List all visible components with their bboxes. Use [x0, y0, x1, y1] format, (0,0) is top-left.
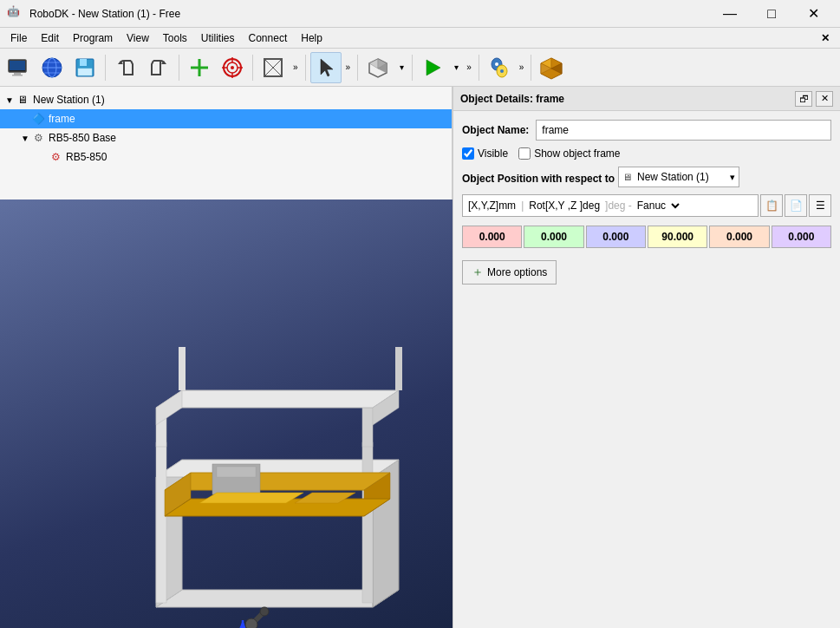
svg-rect-1 — [10, 61, 25, 70]
toolbar-expand-1[interactable]: » — [290, 61, 301, 74]
toolbar-expand-4[interactable]: » — [517, 61, 527, 74]
show-frame-label: Show object frame — [534, 147, 620, 160]
menu-connect[interactable]: Connect — [242, 28, 295, 48]
toolbar-target-btn[interactable] — [217, 52, 248, 83]
tree-item-robot-base[interactable]: ▼ ⚙ RB5-850 Base — [0, 128, 452, 147]
panel-close-btn[interactable]: ✕ — [816, 91, 833, 107]
more-options-button[interactable]: ＋ More options — [462, 260, 557, 285]
close-button[interactable]: ✕ — [793, 2, 833, 26]
menu-program[interactable]: Program — [66, 28, 120, 48]
position-label: Object Position with respect to — [462, 173, 615, 185]
maximize-button[interactable]: □ — [752, 2, 791, 26]
tree-arrow-robot-base[interactable]: ▼ — [19, 134, 31, 143]
tree-item-frame[interactable]: ▶ 🔷 frame — [0, 109, 452, 128]
title-bar: 🤖 RoboDK - New Station (1) - Free — □ ✕ — [0, 0, 840, 28]
toolbar-save-btn[interactable] — [69, 52, 101, 83]
coord-x[interactable]: 0.000 — [462, 226, 522, 248]
svg-rect-43 — [156, 442, 166, 603]
svg-marker-48 — [156, 390, 182, 425]
toolbar-play-btn[interactable] — [417, 52, 448, 83]
position-ref-dropdown[interactable]: ▾ — [730, 172, 735, 183]
toolbar-sep-6 — [412, 55, 413, 81]
toolbar-python-btn[interactable] — [484, 52, 515, 83]
coord-type-select[interactable]: Fanuc ABB Kuka — [632, 195, 682, 216]
tree-item-robot[interactable]: ▶ ⚙ RB5-850 — [0, 147, 452, 167]
toolbar-sep-7 — [479, 55, 479, 81]
tree-label-robot-base: RB5-850 Base — [49, 132, 116, 144]
svg-marker-58 — [199, 493, 303, 503]
tree-label-station: New Station (1) — [33, 94, 105, 106]
object-name-input[interactable] — [536, 120, 831, 141]
svg-marker-29 — [427, 60, 440, 75]
app-icon: 🤖 — [7, 5, 24, 23]
svg-marker-26 — [369, 59, 378, 69]
menu-file[interactable]: File — [3, 28, 34, 48]
toolbar-play-dropdown-btn[interactable]: ▾ — [450, 52, 462, 83]
menu-tools[interactable]: Tools — [156, 28, 194, 48]
svg-marker-24 — [321, 59, 333, 76]
visible-checkbox[interactable] — [462, 147, 474, 160]
viewport-svg: RB5-850 Base — [0, 200, 453, 628]
viewport[interactable]: RB5-850 Base — [0, 200, 453, 628]
svg-point-16 — [231, 66, 234, 69]
tree-icon-frame: 🔷 — [31, 112, 45, 126]
visible-checkbox-label[interactable]: Visible — [462, 147, 508, 160]
toolbar-monitor-btn[interactable] — [3, 52, 35, 83]
coord-copy-btn[interactable]: 📋 — [760, 194, 783, 217]
toolbar-box-btn[interactable] — [362, 52, 394, 83]
panel-restore-btn[interactable]: 🗗 — [795, 91, 812, 107]
tree-arrow-station[interactable]: ▼ — [3, 95, 16, 105]
menu-edit[interactable]: Edit — [34, 28, 66, 48]
visible-label: Visible — [478, 147, 508, 160]
coord-paste-btn[interactable]: 📄 — [785, 194, 807, 217]
coord-rx[interactable]: 90.000 — [648, 226, 707, 248]
tree-label-frame: frame — [49, 113, 75, 125]
svg-rect-46 — [362, 408, 373, 447]
coord-header-row: [X,Y,Z]mm | Rot[X,Y ,Z ]deg ]deg - Fanuc… — [462, 194, 831, 217]
show-frame-checkbox-label[interactable]: Show object frame — [518, 147, 620, 160]
tree-icon-station: 🖥 — [16, 93, 29, 107]
toolbar-expand-3[interactable]: » — [464, 61, 474, 74]
toolbar-fullscreen-btn[interactable] — [257, 52, 289, 83]
toolbar: » » ▾ ▾ » » — [0, 49, 840, 87]
object-name-row: Object Name: — [462, 120, 831, 141]
toolbar-sep-5 — [357, 55, 358, 81]
toolbar-globe-btn[interactable] — [36, 52, 68, 83]
coord-z[interactable]: 0.000 — [586, 226, 646, 248]
checkbox-row: Visible Show object frame — [462, 147, 831, 160]
coord-rz[interactable]: 0.000 — [772, 226, 831, 248]
coord-ry[interactable]: 0.000 — [709, 226, 769, 248]
menu-utilities[interactable]: Utilities — [194, 28, 242, 48]
toolbar-sep-8 — [531, 55, 531, 81]
minimize-button[interactable]: — — [710, 2, 750, 26]
object-name-label: Object Name: — [462, 124, 529, 136]
show-frame-checkbox[interactable] — [518, 147, 531, 160]
coord-rot-btn[interactable]: Rot[X,Y ,Z ]deg — [524, 200, 605, 212]
coord-menu-btn[interactable]: ☰ — [809, 194, 831, 217]
toolbar-undo-btn[interactable] — [110, 52, 141, 83]
menu-close-x[interactable]: ✕ — [814, 28, 837, 48]
coord-values-row: 0.000 0.000 0.000 90.000 0.000 0.000 — [462, 226, 831, 248]
panel-titlebar: Object Details: frame 🗗 ✕ — [453, 87, 840, 111]
toolbar-expand-2[interactable]: » — [343, 61, 354, 74]
menu-help[interactable]: Help — [294, 28, 329, 48]
coord-xyz-btn[interactable]: [X,Y,Z]mm — [463, 200, 521, 212]
toolbar-package-btn[interactable] — [536, 52, 567, 83]
more-options-icon: ＋ — [472, 265, 484, 280]
svg-rect-11 — [78, 69, 92, 75]
svg-point-69 — [260, 607, 269, 616]
toolbar-cursor-btn[interactable] — [310, 52, 342, 83]
menu-view[interactable]: View — [120, 28, 156, 48]
right-panel: Object Details: frame 🗗 ✕ Object Name: V… — [453, 87, 840, 628]
tree-icon-robot: ⚙ — [49, 150, 62, 164]
tree-item-station[interactable]: ▼ 🖥 New Station (1) — [0, 90, 452, 109]
toolbar-redo-btn[interactable] — [143, 52, 174, 83]
coord-y[interactable]: 0.000 — [524, 226, 583, 248]
svg-rect-10 — [80, 59, 87, 66]
panel-titlebar-btns: 🗗 ✕ — [795, 91, 833, 107]
svg-point-32 — [495, 62, 498, 66]
left-panel: ▼ 🖥 New Station (1) ▶ 🔷 frame ▼ ⚙ RB5-85… — [0, 87, 453, 628]
toolbar-sep-3 — [252, 55, 253, 81]
toolbar-box-dropdown-btn[interactable]: ▾ — [395, 52, 407, 83]
toolbar-add-btn[interactable] — [184, 52, 215, 83]
